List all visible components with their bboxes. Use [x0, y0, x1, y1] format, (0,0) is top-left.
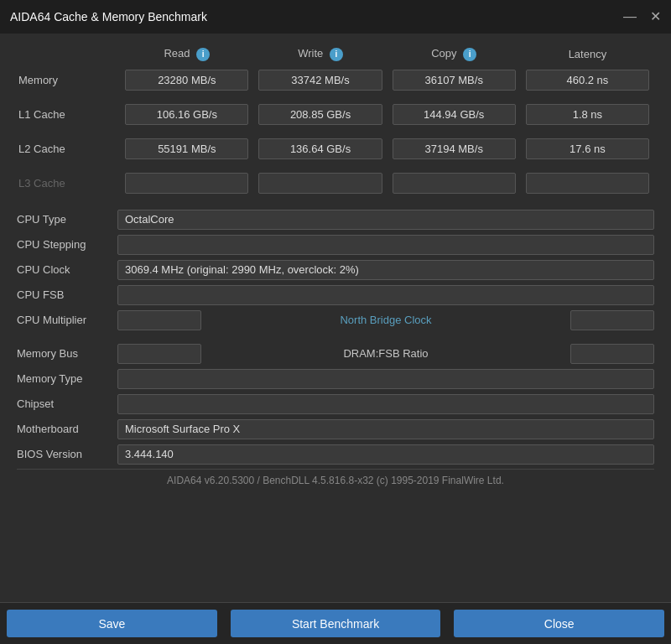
dram-fsb-label: DRAM:FSB Ratio [206, 347, 565, 360]
table-row: L2 Cache55191 MB/s136.64 GB/s37194 MB/s1… [17, 135, 654, 163]
minimize-button[interactable]: — [623, 10, 637, 23]
save-button[interactable]: Save [7, 610, 217, 637]
main-content: Read i Write i Copy i Latency [0, 34, 671, 602]
value-box-latency-3 [526, 173, 649, 194]
table-row: Memory23280 MB/s33742 MB/s36107 MB/s460.… [17, 66, 654, 94]
value-box-copy-0: 36107 MB/s [393, 70, 516, 91]
spacer-row [17, 197, 654, 204]
cpu-type-box: OctalCore [117, 210, 654, 230]
row-label-memory: Memory [17, 66, 120, 94]
memory-type-box [117, 369, 654, 389]
memory-bus-label: Memory Bus [17, 347, 117, 360]
value-box-latency-2: 17.6 ns [526, 138, 649, 159]
memory-type-label: Memory Type [17, 372, 117, 385]
cpu-fsb-row: CPU FSB [17, 284, 654, 306]
write-info-icon[interactable]: i [330, 48, 343, 61]
row-read-3 [120, 169, 253, 197]
value-box-write-2: 136.64 GB/s [258, 138, 382, 159]
chipset-value-area [117, 394, 654, 414]
col-header-latency: Latency [521, 47, 654, 66]
value-box-read-0: 23280 MB/s [125, 70, 248, 91]
row-read-0: 23280 MB/s [120, 66, 253, 94]
row-read-1: 106.16 GB/s [120, 101, 253, 128]
read-info-icon[interactable]: i [196, 48, 210, 61]
value-box-write-0: 33742 MB/s [258, 70, 382, 91]
col-header-copy: Copy i [388, 47, 521, 66]
close-button[interactable]: ✕ [650, 10, 661, 23]
close-button-bar[interactable]: Close [454, 610, 664, 637]
main-window: AIDA64 Cache & Memory Benchmark — ✕ Read… [0, 0, 671, 644]
memory-bus-box [117, 344, 201, 364]
value-box-write-3 [258, 173, 382, 194]
motherboard-box: Microsoft Surface Pro X [117, 419, 654, 439]
cpu-stepping-row: CPU Stepping [17, 234, 654, 256]
cpu-multiplier-box [117, 310, 201, 330]
memory-type-row: Memory Type [17, 368, 654, 390]
north-bridge-box [570, 310, 654, 330]
motherboard-label: Motherboard [17, 423, 117, 435]
row-copy-3 [388, 169, 521, 197]
info-section: CPU Type OctalCore CPU Stepping CPU Cloc… [17, 209, 654, 465]
motherboard-row: Motherboard Microsoft Surface Pro X [17, 418, 654, 440]
value-box-copy-3 [393, 173, 516, 194]
row-write-1: 208.85 GB/s [253, 101, 387, 128]
row-write-0: 33742 MB/s [253, 66, 387, 94]
memory-type-value-area [117, 369, 654, 389]
value-box-copy-2: 37194 MB/s [393, 138, 516, 159]
row-copy-1: 144.94 GB/s [388, 101, 521, 128]
dram-fsb-box [570, 344, 654, 364]
chipset-row: Chipset [17, 393, 654, 415]
cpu-fsb-box [117, 285, 654, 305]
cpu-multiplier-label: CPU Multiplier [17, 314, 117, 326]
cpu-clock-value-area: 3069.4 MHz (original: 2990 MHz, overcloc… [117, 260, 654, 280]
cpu-type-row: CPU Type OctalCore [17, 209, 654, 231]
row-copy-0: 36107 MB/s [388, 66, 521, 94]
table-row: L3 Cache [17, 169, 654, 197]
row-write-2: 136.64 GB/s [253, 135, 387, 163]
row-latency-2: 17.6 ns [521, 135, 654, 163]
spacer-row [17, 128, 654, 135]
value-box-read-3 [125, 173, 248, 194]
memory-bus-value-area: DRAM:FSB Ratio [117, 344, 654, 364]
spacer-row [17, 163, 654, 169]
spacer-row [17, 94, 654, 101]
copy-info-icon[interactable]: i [463, 48, 476, 61]
titlebar-controls: — ✕ [623, 10, 661, 23]
bios-version-row: BIOS Version 3.444.140 [17, 444, 654, 465]
row-label-l1cache: L1 Cache [17, 101, 120, 128]
cpu-clock-label: CPU Clock [17, 263, 117, 276]
row-write-3 [253, 169, 387, 197]
bios-version-box: 3.444.140 [117, 444, 654, 465]
value-box-copy-1: 144.94 GB/s [393, 104, 516, 125]
benchmark-table: Read i Write i Copy i Latency [17, 47, 654, 204]
cpu-multiplier-row: CPU Multiplier North Bridge Clock [17, 309, 654, 331]
row-label-l3cache: L3 Cache [17, 169, 120, 197]
value-box-read-2: 55191 MB/s [125, 138, 248, 159]
cpu-stepping-value-area [117, 235, 654, 255]
value-box-latency-1: 1.8 ns [526, 104, 649, 125]
col-header-read: Read i [120, 47, 253, 66]
bios-version-label: BIOS Version [17, 448, 117, 460]
bios-version-value-area: 3.444.140 [117, 444, 654, 465]
cpu-stepping-box [117, 235, 654, 255]
table-row: L1 Cache106.16 GB/s208.85 GB/s144.94 GB/… [17, 101, 654, 128]
motherboard-value-area: Microsoft Surface Pro X [117, 419, 654, 439]
footer-text: AIDA64 v6.20.5300 / BenchDLL 4.5.816.8-x… [17, 469, 654, 490]
chipset-label: Chipset [17, 397, 117, 410]
memory-bus-row: Memory Bus DRAM:FSB Ratio [17, 343, 654, 365]
row-read-2: 55191 MB/s [120, 135, 253, 163]
col-header-label [17, 47, 120, 66]
window-title: AIDA64 Cache & Memory Benchmark [10, 10, 207, 23]
row-copy-2: 37194 MB/s [388, 135, 521, 163]
start-benchmark-button[interactable]: Start Benchmark [231, 610, 441, 637]
button-bar: Save Start Benchmark Close [0, 602, 671, 644]
titlebar: AIDA64 Cache & Memory Benchmark — ✕ [0, 0, 671, 34]
cpu-type-label: CPU Type [17, 213, 117, 226]
north-bridge-label: North Bridge Clock [206, 314, 565, 326]
value-box-latency-0: 460.2 ns [526, 70, 649, 91]
row-latency-0: 460.2 ns [521, 66, 654, 94]
cpu-clock-box: 3069.4 MHz (original: 2990 MHz, overcloc… [117, 260, 654, 280]
cpu-clock-row: CPU Clock 3069.4 MHz (original: 2990 MHz… [17, 259, 654, 281]
row-latency-3 [521, 169, 654, 197]
value-box-write-1: 208.85 GB/s [258, 104, 382, 125]
